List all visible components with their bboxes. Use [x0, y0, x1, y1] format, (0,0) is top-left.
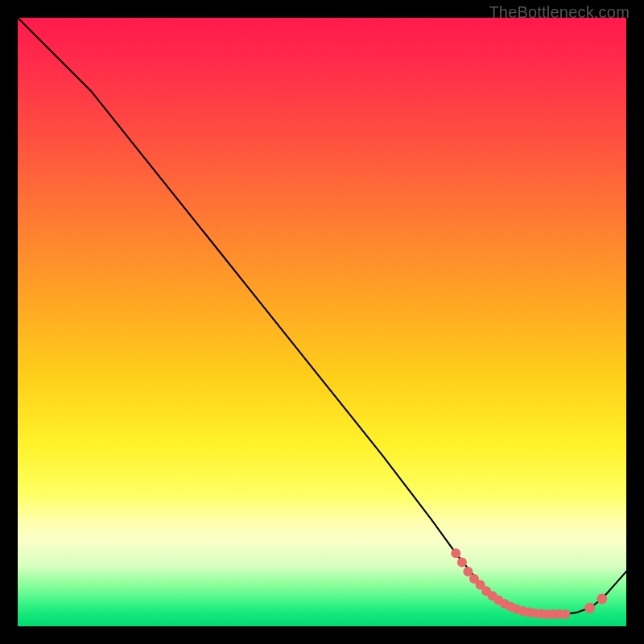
- data-dot: [530, 609, 540, 618]
- data-dot: [451, 548, 460, 558]
- data-dot: [543, 609, 552, 619]
- data-dot: [512, 605, 522, 614]
- data-dot: [469, 574, 479, 584]
- data-dot: [493, 596, 503, 605]
- chart-svg: [18, 18, 626, 626]
- data-dot: [500, 599, 510, 609]
- data-dot: [506, 602, 515, 612]
- data-dot: [584, 603, 595, 613]
- data-dot: [518, 606, 528, 616]
- data-dot: [536, 609, 546, 619]
- watermark-text: TheBottleneck.com: [489, 3, 630, 22]
- data-dot: [555, 609, 564, 619]
- data-dot: [548, 609, 558, 619]
- data-dot: [463, 567, 473, 576]
- data-dot: [457, 558, 467, 568]
- chart-dots: [451, 548, 607, 619]
- data-dot: [481, 586, 491, 596]
- data-dot: [560, 609, 570, 619]
- data-dot: [597, 594, 607, 605]
- data-dot: [476, 580, 485, 590]
- data-dot: [488, 591, 497, 601]
- data-dot: [524, 608, 534, 617]
- chart-gradient-background: [18, 18, 626, 626]
- chart-curve: [18, 18, 626, 614]
